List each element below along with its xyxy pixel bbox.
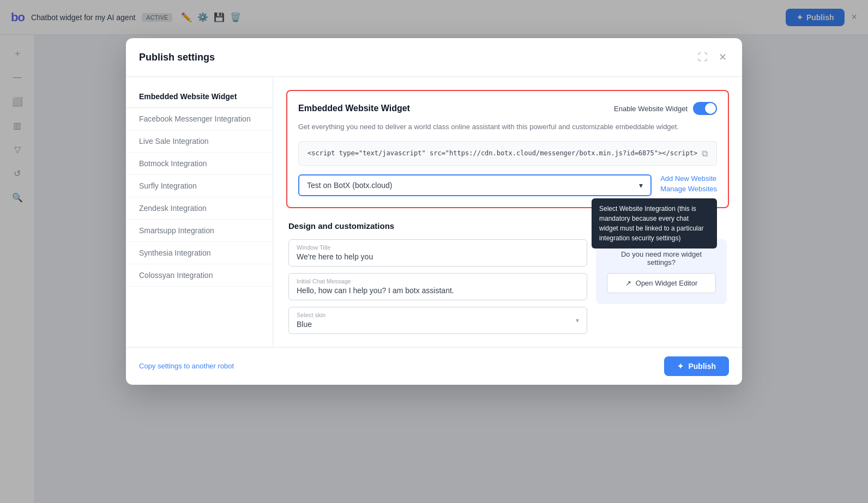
publish-label-footer: Publish bbox=[688, 362, 716, 371]
open-editor-button[interactable]: ↗ Open Widget Editor bbox=[607, 273, 716, 293]
nav-item-zendesk[interactable]: Zendesk Integration bbox=[126, 197, 273, 220]
initial-message-group: Initial Chat Message bbox=[288, 273, 587, 300]
modal-overlay: Publish settings ⛶ ✕ Embedded Website Wi… bbox=[0, 0, 868, 503]
nav-item-botmock[interactable]: Botmock Integration bbox=[126, 153, 273, 175]
skin-select[interactable]: Blue Green Dark Light bbox=[297, 320, 579, 329]
enable-row: Enable Website Widget bbox=[614, 102, 717, 115]
skin-chevron-icon: ▾ bbox=[576, 317, 579, 324]
script-code-text: <script type="text/javascript" src="http… bbox=[308, 149, 697, 157]
publish-settings-modal: Publish settings ⛶ ✕ Embedded Website Wi… bbox=[126, 38, 742, 385]
enable-toggle[interactable] bbox=[693, 102, 717, 115]
publish-icon-footer: ✦ bbox=[677, 362, 684, 371]
modal-main-content: Embedded Website Widget Enable Website W… bbox=[273, 77, 742, 347]
external-link-icon: ↗ bbox=[625, 279, 631, 287]
chevron-down-icon: ▾ bbox=[639, 181, 643, 190]
publish-button-footer[interactable]: ✦ Publish bbox=[664, 356, 729, 376]
initial-message-input[interactable] bbox=[297, 286, 579, 295]
window-title-group: Window Title bbox=[288, 239, 587, 266]
right-panel: Do you need more widget settings? ↗ Open… bbox=[596, 239, 727, 304]
modal-body: Embedded Website Widget Facebook Messeng… bbox=[126, 77, 742, 347]
skin-label: Select skin bbox=[297, 312, 579, 318]
modal-header: Publish settings ⛶ ✕ bbox=[126, 38, 742, 77]
nav-item-smartsupp[interactable]: Smartsupp Integration bbox=[126, 220, 273, 242]
website-links: Add New Website Manage Websites bbox=[660, 174, 717, 193]
nav-item-colossyan[interactable]: Colossyan Integration bbox=[126, 264, 273, 287]
copy-settings-link[interactable]: Copy settings to another robot bbox=[139, 362, 234, 370]
website-select-value: Test on BotX (botx.cloud) bbox=[307, 181, 392, 190]
initial-message-label: Initial Chat Message bbox=[297, 278, 579, 284]
add-website-link[interactable]: Add New Website bbox=[660, 174, 717, 183]
modal-close-icon[interactable]: ✕ bbox=[716, 49, 729, 65]
nav-item-livesale[interactable]: Live Sale Integration bbox=[126, 130, 273, 153]
website-select-row: Test on BotX (botx.cloud) ▾ Add New Webs… bbox=[298, 174, 717, 196]
section-description: Get everything you need to deliver a wor… bbox=[298, 122, 717, 132]
design-row: Window Title Initial Chat Message Select… bbox=[288, 239, 727, 334]
modal-title: Publish settings bbox=[139, 52, 215, 63]
manage-websites-link[interactable]: Manage Websites bbox=[660, 185, 717, 193]
modal-footer: Copy settings to another robot ✦ Publish bbox=[126, 347, 742, 385]
modal-nav: Embedded Website Widget Facebook Messeng… bbox=[126, 77, 273, 347]
enable-label: Enable Website Widget bbox=[614, 105, 688, 113]
script-code-box: <script type="text/javascript" src="http… bbox=[298, 141, 717, 166]
form-left: Window Title Initial Chat Message Select… bbox=[288, 239, 587, 334]
nav-item-embedded-widget[interactable]: Embedded Website Widget bbox=[126, 86, 273, 108]
window-title-label: Window Title bbox=[297, 244, 579, 251]
open-editor-label: Open Widget Editor bbox=[636, 279, 697, 287]
section-header: Embedded Website Widget Enable Website W… bbox=[298, 102, 717, 115]
nav-item-facebook[interactable]: Facebook Messenger Integration bbox=[126, 108, 273, 130]
embedded-widget-section: Embedded Website Widget Enable Website W… bbox=[286, 90, 729, 208]
tooltip: Select Website Integration (this is mand… bbox=[592, 198, 717, 249]
modal-expand-icon[interactable]: ⛶ bbox=[696, 50, 710, 65]
modal-header-icons: ⛶ ✕ bbox=[696, 49, 729, 65]
section-title: Embedded Website Widget bbox=[298, 104, 410, 113]
nav-item-synthesia[interactable]: Synthesia Integration bbox=[126, 242, 273, 264]
website-select-dropdown[interactable]: Test on BotX (botx.cloud) ▾ bbox=[298, 174, 652, 196]
skin-group: Select skin Blue Green Dark Light ▾ bbox=[288, 307, 587, 334]
right-panel-text: Do you need more widget settings? bbox=[607, 250, 716, 266]
window-title-input[interactable] bbox=[297, 252, 579, 261]
nav-item-surfly[interactable]: Surfly Integration bbox=[126, 175, 273, 197]
copy-icon[interactable]: ⧉ bbox=[702, 148, 708, 159]
